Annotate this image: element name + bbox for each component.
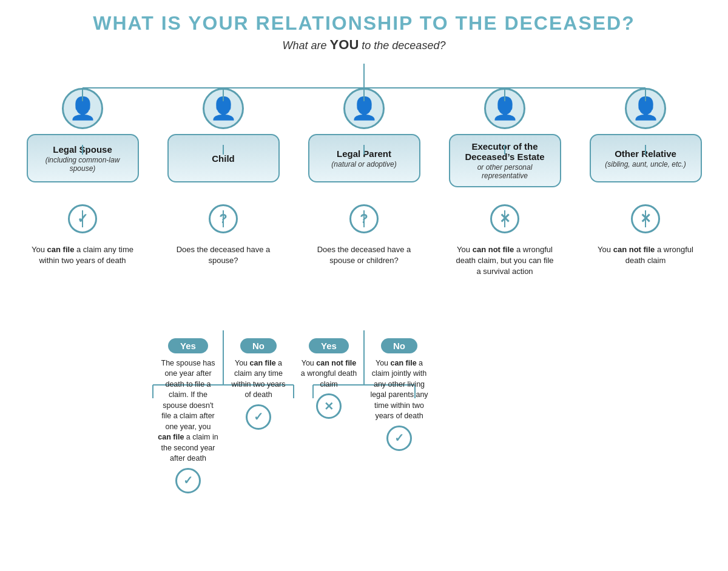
results-row: You can file a claim any time within two… (12, 239, 716, 278)
spouse-avatar: 👤 (62, 88, 103, 129)
child-no-branch: No You can file a claim any time within … (223, 338, 294, 430)
parent-question-icon: ? (349, 204, 379, 233)
parent-no-check-icon: ✓ (386, 426, 412, 451)
relative-label: Other Relative (605, 149, 686, 159)
spouse-sublabel: (including common-law spouse) (35, 156, 130, 173)
parent-label-col: Legal Parent (natural or adoptive) (294, 134, 434, 187)
col-child: 👤 (153, 88, 294, 132)
parent-no-badge: No (381, 338, 417, 353)
spouse-result: You can file a claim any time within two… (31, 244, 134, 266)
col-relative: 👤 (575, 88, 716, 132)
child-result: Does the deceased have a spouse? (172, 244, 275, 266)
col-executor: 👤 (434, 88, 575, 132)
child-yes-badge: Yes (168, 338, 208, 353)
parent-yes-cross-icon: ✕ (316, 393, 342, 419)
spouse-icon-col: ✓ (12, 204, 153, 233)
child-no-result: You can file a claim any time within two… (228, 358, 289, 401)
icons-row: ✓ ? ? ✕ ✕ (12, 204, 716, 233)
parent-label: Legal Parent (331, 149, 396, 159)
parent-result-col: Does the deceased have a spouse or child… (294, 239, 434, 278)
person-icon-spouse: 👤 (69, 98, 96, 119)
child-icon-col: ? (153, 204, 294, 233)
parent-no-branch: No You can file a claim jointly with any… (364, 338, 434, 451)
yn-row: Yes The spouse has one year after death … (12, 338, 716, 493)
executor-label-col: Executor of the Deceased’s Estate or oth… (434, 134, 575, 187)
executor-result-col: You can not file a wrongful death claim,… (434, 239, 575, 278)
parent-box: Legal Parent (natural or adoptive) (308, 134, 420, 182)
child-label: Child (212, 153, 235, 164)
parent-yes-branch: Yes You can not file a wrongful death cl… (294, 338, 364, 419)
spouse-check-icon: ✓ (68, 204, 97, 233)
person-icon-parent: 👤 (351, 98, 378, 119)
relative-label-col: Other Relative (sibling, aunt, uncle, et… (575, 134, 716, 187)
child-yes-check-icon: ✓ (175, 468, 201, 493)
child-question-icon: ? (209, 204, 238, 233)
col-parent: 👤 (294, 88, 434, 132)
child-no-check-icon: ✓ (246, 404, 271, 430)
executor-label: Executor of the Deceased’s Estate (457, 141, 553, 162)
relative-result: You can not file a wrongful death claim (594, 244, 697, 266)
parent-yn-col: Yes You can not file a wrongful death cl… (294, 338, 434, 493)
person-icon-executor: 👤 (491, 98, 519, 119)
executor-yn-col (434, 338, 575, 493)
executor-result: You can not file a wrongful death claim,… (453, 244, 556, 278)
spouse-result-col: You can file a claim any time within two… (12, 239, 153, 278)
person-icon-relative: 👤 (632, 98, 659, 119)
parent-icon-col: ? (294, 204, 434, 233)
spouse-box: Legal Spouse (including common-law spous… (27, 134, 139, 182)
labels-row: Legal Spouse (including common-law spous… (12, 134, 716, 187)
persons-row: 👤 👤 👤 👤 👤 (12, 88, 716, 132)
child-yes-result: The spouse has one year after death to f… (158, 358, 218, 464)
executor-cross-icon: ✕ (490, 204, 519, 233)
relative-icon-col: ✕ (575, 204, 716, 233)
spouse-label-col: Legal Spouse (including common-law spous… (12, 134, 153, 187)
relative-avatar: 👤 (625, 88, 666, 129)
relative-sublabel: (sibling, aunt, uncle, etc.) (605, 160, 686, 169)
child-box: Child (167, 134, 280, 182)
parent-sublabel: (natural or adoptive) (331, 160, 396, 169)
parent-yes-result: You can not file a wrongful death claim (298, 358, 359, 390)
relative-cross-icon: ✕ (631, 204, 660, 233)
page: WHAT IS YOUR RELATIONSHIP TO THE DECEASE… (0, 0, 728, 512)
child-no-badge: No (240, 338, 277, 353)
spouse-yn-col (12, 338, 153, 493)
relative-box: Other Relative (sibling, aunt, uncle, et… (590, 134, 702, 182)
person-icon-child: 👤 (210, 98, 237, 119)
spouse-label: Legal Spouse (35, 144, 130, 155)
executor-sublabel: or other personal representative (457, 163, 553, 180)
relative-yn-col (575, 338, 716, 493)
child-avatar: 👤 (203, 88, 244, 129)
col-spouse: 👤 (12, 88, 153, 132)
child-yes-branch: Yes The spouse has one year after death … (153, 338, 223, 493)
relative-result-col: You can not file a wrongful death claim (575, 239, 716, 278)
child-label-col: Child (153, 134, 294, 187)
parent-no-result: You can file a claim jointly with any ot… (369, 358, 430, 422)
executor-box: Executor of the Deceased’s Estate or oth… (449, 134, 561, 187)
main-title: WHAT IS YOUR RELATIONSHIP TO THE DECEASE… (6, 12, 722, 35)
executor-avatar: 👤 (484, 88, 525, 129)
sub-title: What are YOU to the deceased? (6, 37, 722, 53)
child-yn-col: Yes The spouse has one year after death … (153, 338, 294, 493)
parent-result: Does the deceased have a spouse or child… (312, 244, 416, 266)
diagram: 👤 👤 👤 👤 👤 (12, 64, 716, 493)
child-result-col: Does the deceased have a spouse? (153, 239, 294, 278)
parent-yes-badge: Yes (309, 338, 349, 353)
parent-avatar: 👤 (343, 88, 385, 129)
executor-icon-col: ✕ (434, 204, 575, 233)
